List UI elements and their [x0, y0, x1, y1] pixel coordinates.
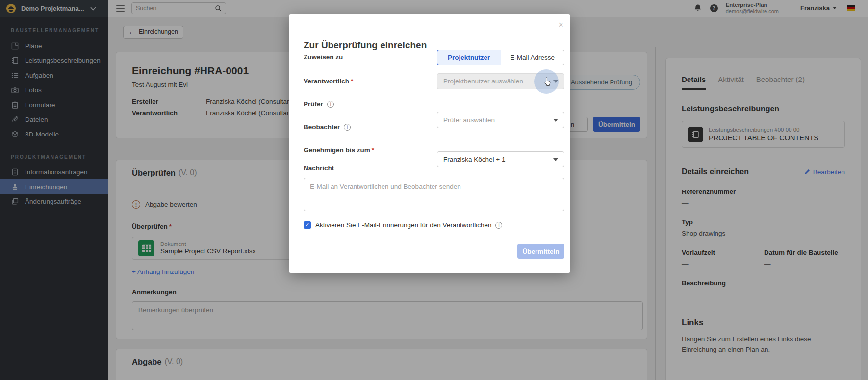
select-caret-icon — [553, 80, 558, 83]
watchers-select[interactable]: Franziska Köchel + 1 — [437, 151, 564, 167]
email-reminder-checkbox[interactable]: ✓ — [304, 221, 311, 229]
watchers-label: Beobachteri — [304, 123, 351, 131]
close-icon[interactable]: × — [558, 20, 563, 29]
submit-for-review-modal: × Zur Überprüfung einreichen Zuweisen zu… — [289, 14, 570, 273]
reviewer-label: Prüferi — [304, 100, 334, 108]
required-asterisk: * — [351, 78, 353, 85]
app-root: Demo Projektmana... BAUSTELLENMANAGEMENT… — [0, 0, 868, 380]
required-asterisk: * — [372, 146, 374, 154]
modal-submit-button[interactable]: Übermitteln — [517, 244, 564, 259]
modal-title: Zur Überprüfung einreichen — [304, 40, 427, 51]
assign-to-label: Zuweisen zu — [304, 54, 343, 61]
reviewer-select[interactable]: Prüfer auswählen — [437, 112, 564, 128]
email-reminder-row: ✓ Aktivieren Sie E-Mail-Erinnerungen für… — [304, 221, 502, 229]
approve-by-label: Genehmigen bis zum* — [304, 146, 374, 154]
info-icon: i — [327, 101, 334, 108]
assign-option-project-user[interactable]: Projektnutzer — [437, 50, 501, 65]
info-icon: i — [344, 124, 351, 131]
responsible-label: Verantwortlich* — [304, 78, 353, 85]
assign-option-email[interactable]: E-Mail Adresse — [501, 50, 565, 65]
email-reminder-label: Aktivieren Sie E-Mail-Erinnerungen für d… — [315, 221, 491, 229]
message-textarea[interactable] — [304, 178, 564, 211]
select-caret-icon — [553, 119, 558, 122]
info-icon: i — [495, 222, 502, 229]
responsible-select[interactable]: Projektbenutzer auswählen — [437, 73, 564, 89]
assign-to-segmented: Projektnutzer E-Mail Adresse — [437, 50, 564, 65]
select-caret-icon — [553, 158, 558, 161]
message-label: Nachricht — [304, 164, 334, 172]
